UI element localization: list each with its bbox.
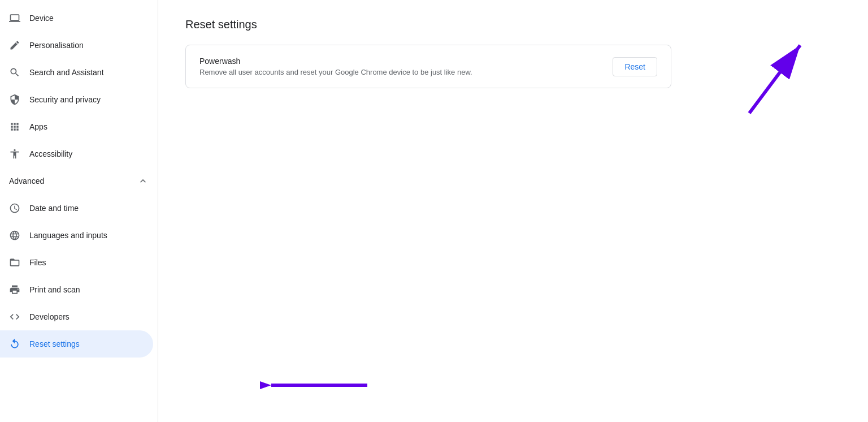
reset-settings-icon bbox=[9, 338, 20, 350]
sidebar-item-personalisation-label: Personalisation bbox=[29, 41, 84, 50]
sidebar-item-date-time-label: Date and time bbox=[29, 204, 79, 213]
chevron-up-icon bbox=[137, 175, 149, 187]
advanced-label: Advanced bbox=[9, 176, 44, 186]
card-description: Remove all user accounts and reset your … bbox=[199, 68, 472, 76]
sidebar: Device Personalisation Search and Assist… bbox=[0, 0, 158, 422]
sidebar-item-accessibility[interactable]: Accessibility bbox=[0, 140, 153, 167]
sidebar-item-device-label: Device bbox=[29, 14, 54, 23]
svg-line-1 bbox=[749, 45, 800, 113]
sidebar-item-print-label: Print and scan bbox=[29, 285, 80, 294]
sidebar-item-languages-and-inputs[interactable]: Languages and inputs bbox=[0, 222, 153, 249]
sidebar-item-device[interactable]: Device bbox=[0, 5, 153, 32]
sidebar-item-apps-label: Apps bbox=[29, 122, 47, 131]
clock-icon bbox=[9, 203, 20, 214]
reset-button[interactable]: Reset bbox=[613, 57, 657, 76]
advanced-section-header[interactable]: Advanced bbox=[0, 167, 158, 195]
sidebar-item-date-and-time[interactable]: Date and time bbox=[0, 195, 153, 222]
accessibility-icon bbox=[9, 148, 20, 160]
search-icon bbox=[9, 67, 20, 78]
sidebar-item-security-and-privacy[interactable]: Security and privacy bbox=[0, 86, 153, 113]
sidebar-item-print-and-scan[interactable]: Print and scan bbox=[0, 276, 153, 303]
sidebar-item-languages-label: Languages and inputs bbox=[29, 231, 107, 240]
sidebar-item-developers-label: Developers bbox=[29, 312, 70, 321]
sidebar-item-personalisation[interactable]: Personalisation bbox=[0, 32, 153, 59]
print-icon bbox=[9, 284, 20, 295]
card-content: Powerwash Remove all user accounts and r… bbox=[199, 57, 472, 76]
developers-icon bbox=[9, 311, 20, 322]
personalisation-icon bbox=[9, 40, 20, 51]
arrow-pointing-sidebar bbox=[260, 365, 373, 405]
main-content: Reset settings Powerwash Remove all user… bbox=[158, 0, 868, 422]
page-title: Reset settings bbox=[185, 18, 841, 31]
sidebar-item-files[interactable]: Files bbox=[0, 249, 153, 276]
arrow-pointing-reset-button bbox=[744, 28, 811, 119]
security-icon bbox=[9, 94, 20, 105]
sidebar-item-apps[interactable]: Apps bbox=[0, 113, 153, 140]
sidebar-item-developers[interactable]: Developers bbox=[0, 303, 153, 330]
sidebar-item-search-label: Search and Assistant bbox=[29, 68, 104, 77]
sidebar-item-files-label: Files bbox=[29, 258, 46, 267]
powerwash-card: Powerwash Remove all user accounts and r… bbox=[185, 45, 671, 88]
sidebar-item-reset-settings[interactable]: Reset settings bbox=[0, 330, 153, 358]
files-icon bbox=[9, 257, 20, 268]
device-icon bbox=[9, 12, 20, 24]
globe-icon bbox=[9, 230, 20, 241]
sidebar-item-accessibility-label: Accessibility bbox=[29, 149, 72, 158]
sidebar-item-security-label: Security and privacy bbox=[29, 95, 101, 104]
apps-icon bbox=[9, 121, 20, 132]
sidebar-item-reset-label: Reset settings bbox=[29, 339, 80, 348]
sidebar-item-search-and-assistant[interactable]: Search and Assistant bbox=[0, 59, 153, 86]
card-title: Powerwash bbox=[199, 57, 472, 66]
